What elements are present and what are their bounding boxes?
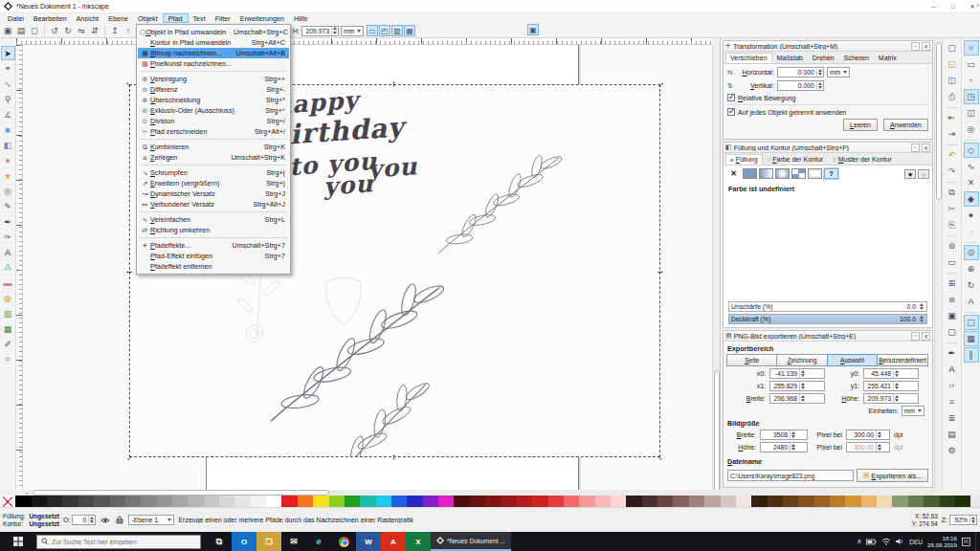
export-area-selection-button[interactable]: Auswahl	[827, 354, 878, 366]
snap-smooth-node-toggle[interactable]: ●	[964, 208, 979, 223]
spiral-tool[interactable]: ◎	[1, 184, 15, 198]
close-panel-button[interactable]: ✕	[922, 143, 930, 152]
color-swatch[interactable]	[657, 496, 673, 507]
export-area-custom-button[interactable]: Benutzerdefiniert	[877, 354, 928, 366]
dock-panel-button[interactable]: ▫	[911, 332, 920, 341]
snap-bbox-toggle[interactable]: ▭	[964, 56, 979, 72]
fill-rule-evenodd-button[interactable]: ◇	[918, 169, 929, 179]
menu-item-verbundener-versatz[interactable]: ↭ Verbundener Versatz Strg+Alt+J	[138, 199, 289, 209]
bezier-pen-tool[interactable]: ✒	[1, 214, 15, 229]
dock-panel-button[interactable]: ▫	[911, 143, 920, 152]
color-swatch[interactable]	[219, 496, 234, 507]
excel-icon[interactable]: X	[406, 532, 431, 551]
opacity-slider[interactable]: Deckkraft (%) 100.0	[728, 314, 927, 324]
x0-input[interactable]: -41.139	[769, 368, 825, 379]
color-swatch[interactable]	[391, 496, 407, 507]
snap-page-border-toggle[interactable]: ▢	[964, 315, 979, 330]
ungroup-button[interactable]: ▢	[945, 324, 960, 340]
canvas-vscrollbar[interactable]	[712, 45, 720, 490]
x1-input[interactable]: 255.829	[769, 381, 825, 391]
scale-gradient-toggle[interactable]: ▥	[391, 25, 403, 36]
redo-button[interactable]: ↷	[945, 164, 960, 179]
color-swatch[interactable]	[564, 496, 579, 507]
menu-item-kontur-in-pfad[interactable]: ◌ Kontur in Pfad umwandeln Strg+Alt+C	[138, 37, 289, 48]
snap-path-intersection-toggle[interactable]: ✕	[964, 175, 979, 190]
menubar-item[interactable]: Filter	[211, 13, 235, 23]
fill-rule-nonzero-button[interactable]: ◆	[904, 169, 916, 179]
color-swatch[interactable]	[47, 496, 62, 507]
start-button[interactable]	[0, 532, 36, 551]
speaker-icon[interactable]	[896, 538, 904, 545]
xml-editor-button[interactable]: ‹›	[945, 378, 960, 393]
mail-icon[interactable]: ✉	[281, 532, 306, 551]
color-swatch[interactable]	[62, 496, 78, 507]
flip-vertical-button[interactable]: ⇵	[89, 25, 100, 37]
open-document-button[interactable]: ◱	[945, 56, 960, 72]
snap-grid-toggle[interactable]: ▦	[964, 331, 979, 346]
internet-explorer-icon[interactable]: e	[306, 532, 331, 551]
color-swatch[interactable]	[940, 496, 955, 507]
menu-item-pfadeffekt-entfernen[interactable]: Pfadeffekt entfernen	[138, 261, 289, 272]
zoom-tool[interactable]: ⚲	[1, 92, 15, 106]
color-swatch[interactable]	[266, 496, 281, 507]
ver-ruler[interactable]	[16, 45, 23, 490]
menu-item-dynamischer-versatz[interactable]: ↝ Dynamischer Versatz Strg+J	[138, 188, 289, 199]
scale-corners-toggle[interactable]: ◰	[379, 25, 390, 36]
zoom-input[interactable]: 92%	[949, 515, 977, 525]
color-swatch[interactable]	[861, 496, 877, 507]
menu-item-kombinieren[interactable]: ⧉ Kombinieren Strg+K	[138, 142, 289, 152]
vertical-input[interactable]: 0.000	[777, 80, 824, 91]
language-indicator[interactable]: DEU	[909, 539, 923, 545]
color-swatch[interactable]	[281, 496, 297, 507]
layers-dialog-button[interactable]: ≣	[945, 410, 960, 426]
color-swatch[interactable]	[798, 496, 813, 507]
color-swatch[interactable]	[501, 496, 517, 507]
no-paint-button[interactable]: ✕	[726, 168, 741, 179]
color-swatch[interactable]	[751, 496, 767, 507]
layer-lock-icon[interactable]	[114, 515, 124, 525]
new-document-button[interactable]: ▢	[945, 40, 960, 55]
taskbar-clock[interactable]: 18:16 26.09.2019	[927, 535, 957, 549]
flat-color-button[interactable]	[743, 168, 757, 179]
menu-item-vereinfachen[interactable]: ∿ Vereinfachen Strg+L	[138, 214, 289, 225]
export-area-page-button[interactable]: Seite	[726, 354, 777, 366]
snap-object-center-toggle[interactable]: ⊕	[964, 261, 979, 276]
color-swatch[interactable]	[454, 496, 469, 507]
transform-tab[interactable]: Drehen	[808, 53, 839, 63]
calligraphy-tool[interactable]: ✑	[1, 230, 15, 244]
chrome-icon[interactable]	[331, 532, 356, 551]
taskbar-search[interactable]	[36, 535, 201, 549]
copy-button[interactable]: ⧉	[945, 185, 960, 200]
menu-item-bitmap-nachzeichnen[interactable]: ▦ Bitmap nachzeichnen... Umschalt+Alt+B	[138, 48, 289, 58]
color-swatch[interactable]	[721, 496, 736, 507]
tweak-tool[interactable]: ∿	[1, 77, 15, 91]
image-width-input[interactable]: 3508	[760, 430, 808, 440]
color-swatch[interactable]	[845, 496, 860, 507]
selection-height-input[interactable]: 209.973	[301, 26, 339, 36]
dock-panel-button[interactable]: ▫	[911, 42, 920, 51]
menubar-item[interactable]: Bearbeiten	[29, 13, 72, 23]
color-swatch[interactable]	[579, 496, 594, 507]
object-opacity-input[interactable]: 0	[72, 515, 96, 525]
transform-unit-select[interactable]: mm	[827, 67, 850, 77]
hor-ruler[interactable]	[16, 38, 712, 45]
unknown-paint-button[interactable]: ?	[824, 168, 838, 179]
stroke-value[interactable]: Ungesetzt	[29, 520, 59, 528]
color-swatch[interactable]	[642, 496, 657, 507]
menu-item-ueberschneidung[interactable]: ⊗ Überschneidung Strg+*	[138, 95, 289, 105]
color-swatch[interactable]	[204, 496, 219, 507]
paste-button[interactable]: ⎘	[945, 217, 960, 232]
canvas[interactable]: happy birthday to you you you ↔ ↔ ↔ ↔ ↔ …	[23, 45, 712, 490]
document-properties-button[interactable]: ▤	[945, 427, 960, 442]
close-panel-button[interactable]: ✕	[922, 42, 930, 51]
snap-rotation-center-toggle[interactable]: ↻	[964, 277, 979, 293]
dpi-input-2[interactable]: 300.00	[846, 442, 890, 452]
linear-gradient-button[interactable]	[759, 168, 773, 179]
tray-chevron-icon[interactable]: ∧	[857, 538, 861, 545]
color-swatch[interactable]	[141, 496, 156, 507]
color-swatch[interactable]	[595, 496, 611, 507]
pattern-button[interactable]	[791, 168, 806, 179]
zoom-selection-button[interactable]: ⊚	[945, 238, 960, 253]
color-swatch[interactable]	[924, 496, 939, 507]
palette-scroll-arrow[interactable]: ›	[977, 2, 979, 9]
